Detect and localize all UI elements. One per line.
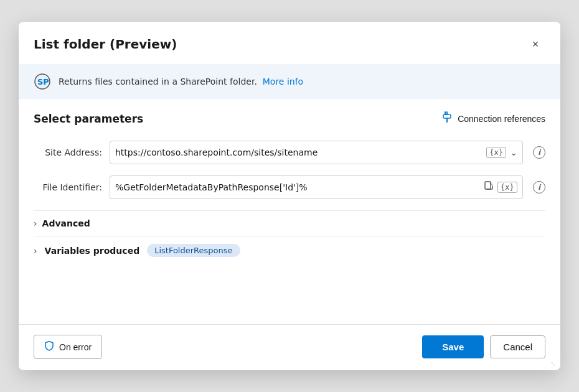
section-header-row: Select parameters Connection references [34,111,545,126]
close-icon: × [532,38,539,51]
site-address-input[interactable]: https://contoso.sharepoint.com/sites/sit… [110,141,523,164]
connection-references-button[interactable]: Connection references [441,111,545,126]
info-description: Returns files contained in a SharePoint … [59,77,257,86]
advanced-section[interactable]: › Advanced [34,213,545,233]
site-address-info-icon[interactable]: i [533,146,545,159]
divider-2 [34,236,545,236]
advanced-chevron-icon: › [34,218,37,228]
on-error-button[interactable]: On error [34,335,102,359]
site-address-row: Site Address: https://contoso.sharepoint… [34,141,545,164]
dialog-header: List folder (Preview) × [19,22,560,64]
resize-handle[interactable]: ⤡ [550,360,558,368]
file-icon[interactable] [484,181,494,194]
plug-icon [441,111,453,126]
dialog-title: List folder (Preview) [34,37,177,52]
svg-rect-6 [485,182,491,189]
close-button[interactable]: × [525,34,545,54]
dialog-body: Select parameters Connection references … [19,99,560,324]
variables-chevron-icon[interactable]: › [34,246,37,256]
svg-text:SP: SP [37,77,49,86]
file-identifier-info-icon[interactable]: i [533,181,545,194]
dialog: List folder (Preview) × SP Returns files… [19,22,560,370]
site-address-label: Site Address: [34,147,102,157]
dialog-footer: On error Save Cancel [19,324,560,370]
cancel-button[interactable]: Cancel [490,335,545,358]
shield-icon [44,340,54,353]
advanced-label: Advanced [42,218,90,228]
variable-badge: ListFolderResponse [147,244,240,257]
sharepoint-icon: SP [34,73,51,90]
variables-section: › Variables produced ListFolderResponse [34,239,545,262]
on-error-label: On error [59,342,92,352]
file-identifier-input[interactable]: %GetFolderMetadataByPathResponse['Id']% … [110,175,523,199]
file-identifier-label: File Identifier: [34,182,102,192]
info-banner: SP Returns files contained in a SharePoi… [19,64,560,99]
site-address-badge[interactable]: {x} [486,147,506,158]
save-button[interactable]: Save [422,335,484,358]
connection-references-label: Connection references [458,114,545,124]
file-identifier-badge[interactable]: {x} [497,182,517,193]
section-title: Select parameters [34,113,143,125]
file-identifier-row: File Identifier: %GetFolderMetadataByPat… [34,175,545,199]
variables-label: Variables produced [45,246,140,256]
chevron-down-icon[interactable]: ⌄ [510,147,517,157]
site-address-value: https://contoso.sharepoint.com/sites/sit… [115,147,482,157]
divider-1 [34,210,545,211]
footer-actions: Save Cancel [422,335,545,358]
more-info-link[interactable]: More info [263,77,303,86]
file-identifier-value: %GetFolderMetadataByPathResponse['Id']% [115,182,480,192]
info-text: Returns files contained in a SharePoint … [59,77,303,86]
